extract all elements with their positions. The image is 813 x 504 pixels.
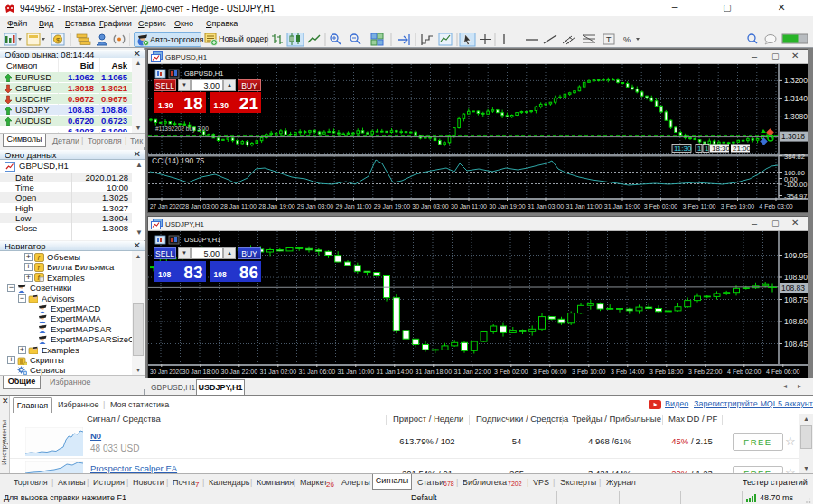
svg-text:108.75: 108.75 (784, 295, 808, 304)
svg-text:109.05: 109.05 (784, 251, 808, 260)
svg-text:1.3018: 1.3018 (781, 132, 805, 141)
svg-text:1.3080: 1.3080 (784, 112, 808, 121)
svg-text:3 Feb 22:00: 3 Feb 22:00 (688, 369, 722, 375)
svg-text:27 Jan 2020: 27 Jan 2020 (150, 203, 182, 210)
svg-text:$: $ (56, 36, 61, 44)
svg-text:28 Jan 11:00: 28 Jan 11:00 (220, 203, 257, 210)
svg-text:3 Feb 14:00: 3 Feb 14:00 (611, 369, 644, 375)
svg-text:GBPUSD,H1: GBPUSD,H1 (184, 70, 223, 78)
svg-text:31 Jan 10:00: 31 Jan 10:00 (338, 369, 375, 375)
svg-text:CCI(14) 190.75: CCI(14) 190.75 (152, 156, 204, 165)
svg-text:30 Jan 18:00: 30 Jan 18:00 (182, 369, 220, 375)
svg-text:31 Jan 22:00: 31 Jan 22:00 (454, 369, 491, 375)
svg-text:11:30: 11:30 (674, 145, 692, 153)
svg-text:USDJPY,H1: USDJPY,H1 (184, 236, 220, 244)
svg-text:T: T (606, 35, 612, 44)
svg-text:30 Jan 22:00: 30 Jan 22:00 (221, 369, 258, 375)
svg-text:30 Jan 19:00: 30 Jan 19:00 (489, 203, 526, 210)
svg-text:29 Jan 11:00: 29 Jan 11:00 (336, 203, 372, 210)
svg-text:3 Feb 18:00: 3 Feb 18:00 (649, 369, 683, 375)
svg-text:1.3200: 1.3200 (784, 76, 808, 85)
svg-text:3 Feb 19:00: 3 Feb 19:00 (721, 203, 754, 210)
svg-text:108.90: 108.90 (784, 273, 808, 282)
svg-text:31 Jan 03:00: 31 Jan 03:00 (528, 203, 565, 210)
svg-text:3 Feb 10:00: 3 Feb 10:00 (572, 369, 605, 375)
svg-text:-100.00: -100.00 (784, 181, 807, 189)
svg-text:30 Jan 11:00: 30 Jan 11:00 (451, 203, 487, 210)
svg-text:1: 1 (705, 145, 709, 153)
svg-text:30 Jan 2020: 30 Jan 2020 (150, 369, 182, 375)
svg-text:3 Feb 06:00: 3 Feb 06:00 (533, 369, 566, 375)
svg-text:31 Jan 06:00: 31 Jan 06:00 (299, 369, 336, 375)
svg-text:4 Feb 02:00: 4 Feb 02:00 (727, 369, 761, 375)
svg-text:108.45: 108.45 (784, 340, 808, 349)
svg-text:-354.97: -354.97 (784, 192, 807, 201)
svg-text:384.82: 384.82 (784, 153, 805, 161)
svg-text:29 Jan 03:00: 29 Jan 03:00 (297, 203, 334, 210)
svg-text:3 Feb 11:00: 3 Feb 11:00 (683, 203, 716, 210)
svg-text:4 Feb 03:00: 4 Feb 03:00 (759, 203, 792, 210)
svg-text:29 Jan 19:00: 29 Jan 19:00 (374, 203, 411, 210)
svg-text:28 Jan 19:00: 28 Jan 19:00 (258, 203, 295, 210)
svg-text:31 Jan 14:00: 31 Jan 14:00 (377, 369, 414, 375)
svg-text:3 Feb 03:00: 3 Feb 03:00 (644, 203, 678, 210)
svg-text:31 Jan 18:00: 31 Jan 18:00 (416, 369, 453, 375)
svg-text:28 Jan 03:00: 28 Jan 03:00 (182, 203, 219, 210)
svg-text:21:00: 21:00 (733, 145, 752, 153)
svg-text:#11392202 buy 3.00: #11392202 buy 3.00 (155, 126, 209, 133)
svg-text:4 Feb 06:00: 4 Feb 06:00 (766, 369, 799, 375)
svg-text:1.3140: 1.3140 (784, 94, 808, 103)
svg-text:31 Jan 11:00: 31 Jan 11:00 (566, 203, 603, 210)
svg-text:31 Jan 02:00: 31 Jan 02:00 (260, 369, 297, 375)
svg-text:31 Jan 19:00: 31 Jan 19:00 (604, 203, 641, 210)
svg-text:108.60: 108.60 (784, 317, 808, 326)
svg-text:3 Feb 02:00: 3 Feb 02:00 (494, 369, 528, 375)
svg-text:108.83: 108.83 (781, 284, 805, 293)
svg-text:1: 1 (697, 145, 702, 153)
svg-text:%: % (623, 35, 631, 44)
svg-text:30 Jan 03:00: 30 Jan 03:00 (412, 203, 449, 210)
svg-text:18:30: 18:30 (712, 145, 731, 153)
